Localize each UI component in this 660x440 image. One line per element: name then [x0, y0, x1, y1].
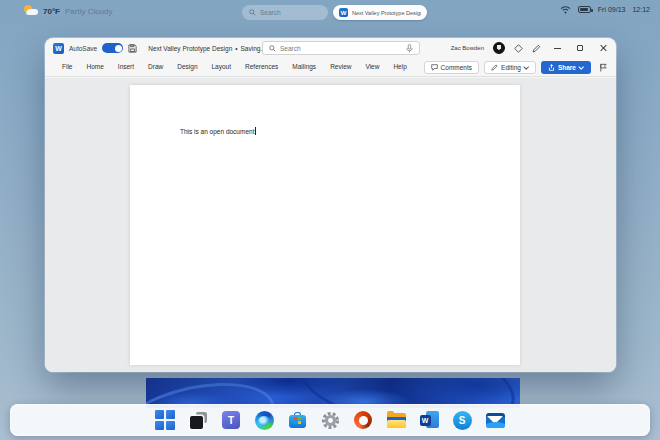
topbar-search-placeholder: Search	[260, 9, 281, 16]
share-button[interactable]: Share	[541, 61, 591, 74]
user-name: Zac Bowden	[451, 45, 484, 51]
taskbar: T W S	[10, 404, 650, 436]
pen-icon	[491, 64, 498, 71]
autosave-toggle[interactable]	[102, 43, 123, 53]
tab-file[interactable]: File	[55, 58, 79, 76]
tab-design[interactable]: Design	[170, 58, 204, 76]
mail-icon	[486, 413, 505, 428]
weather-temperature: 70°F	[43, 7, 60, 16]
search-icon	[269, 45, 276, 52]
ribbon-tabs: File Home Insert Draw Design Layout Refe…	[55, 58, 414, 76]
tray-date[interactable]: Fri 09/13	[598, 6, 626, 13]
sun-cloud-weather-icon	[24, 5, 38, 17]
taskbar-icon-settings[interactable]	[320, 410, 341, 431]
taskbar-icon-edge[interactable]	[254, 410, 275, 431]
taskbar-icon-office[interactable]	[353, 410, 374, 431]
office-icon	[354, 411, 372, 429]
document-title: Next Valley Prototype Design	[148, 45, 232, 52]
task-view-icon	[190, 412, 207, 429]
gem-icon[interactable]	[514, 44, 523, 53]
chevron-down-icon	[579, 65, 584, 70]
document-page[interactable]: This is an open document	[130, 85, 520, 365]
mic-icon[interactable]	[406, 44, 413, 53]
file-explorer-icon	[387, 413, 406, 428]
word-titlebar[interactable]: W AutoSave Next Valley Prototype Design …	[45, 38, 616, 58]
tray-time[interactable]: 12:12	[632, 6, 650, 13]
taskbar-icon-file-explorer[interactable]	[386, 410, 407, 431]
autosave-label: AutoSave	[69, 45, 97, 52]
word-search-input[interactable]: Search	[262, 41, 420, 55]
tab-help[interactable]: Help	[386, 58, 413, 76]
windows-start-icon	[155, 410, 175, 430]
weather-widget[interactable]: 70°F Partly Cloudy	[24, 5, 113, 17]
share-icon	[548, 64, 555, 71]
tab-review[interactable]: Review	[323, 58, 358, 76]
topbar-search-input[interactable]: Search	[242, 5, 328, 20]
tab-insert[interactable]: Insert	[111, 58, 141, 76]
maximize-icon[interactable]	[573, 41, 587, 55]
taskbar-icon-skype[interactable]: S	[452, 410, 473, 431]
skype-icon: S	[453, 411, 472, 430]
document-canvas: This is an open document	[45, 78, 616, 372]
comments-button[interactable]: Comments	[424, 61, 479, 74]
word-window: W AutoSave Next Valley Prototype Design …	[45, 38, 616, 372]
taskbar-icon-start[interactable]	[155, 410, 176, 431]
tab-mailings[interactable]: Mailings	[285, 58, 323, 76]
avatar[interactable]	[493, 42, 505, 54]
battery-icon[interactable]	[578, 6, 591, 13]
text-cursor	[255, 127, 256, 135]
save-icon[interactable]	[128, 44, 137, 53]
edge-icon	[255, 411, 274, 430]
taskbar-icon-task-view[interactable]	[188, 410, 209, 431]
desktop: { "topbar": { "weather": { "temperature"…	[0, 0, 660, 440]
document-title-menu[interactable]: Next Valley Prototype Design • Saving...	[148, 45, 274, 52]
word-search-placeholder: Search	[280, 45, 402, 52]
system-tray[interactable]: Fri 09/13 12:12	[560, 5, 650, 14]
flag-icon[interactable]	[599, 63, 608, 72]
tab-view[interactable]: View	[358, 58, 386, 76]
pen-icon[interactable]	[532, 44, 541, 53]
share-label: Share	[558, 64, 576, 71]
document-text[interactable]: This is an open document	[180, 127, 256, 135]
word-icon[interactable]: W	[53, 43, 64, 54]
tab-draw[interactable]: Draw	[141, 58, 170, 76]
system-topbar: 70°F Partly Cloudy Search W Next Valley …	[0, 0, 660, 26]
comments-label: Comments	[441, 64, 472, 71]
editing-button[interactable]: Editing	[484, 61, 536, 74]
search-icon	[249, 9, 256, 16]
active-app-label: Next Valley Prototype Design	[352, 10, 421, 16]
minimize-icon[interactable]	[550, 41, 564, 55]
document-text-content: This is an open document	[180, 128, 254, 135]
close-icon[interactable]	[596, 41, 610, 55]
comment-icon	[431, 64, 438, 71]
ribbon-bar: File Home Insert Draw Design Layout Refe…	[45, 58, 616, 77]
taskbar-icon-word[interactable]: W	[419, 410, 440, 431]
chevron-down-icon	[524, 65, 529, 70]
taskbar-icon-mail[interactable]	[485, 410, 506, 431]
wifi-icon[interactable]	[560, 5, 571, 14]
gear-icon	[320, 410, 341, 431]
tab-layout[interactable]: Layout	[205, 58, 239, 76]
word-icon: W	[339, 8, 348, 17]
editing-label: Editing	[501, 64, 521, 71]
teams-icon: T	[222, 411, 240, 429]
taskbar-icon-teams[interactable]: T	[221, 410, 242, 431]
tab-references[interactable]: References	[238, 58, 285, 76]
taskbar-icon-microsoft-store[interactable]	[287, 410, 308, 431]
weather-condition: Partly Cloudy	[65, 7, 113, 16]
word-icon: W	[420, 411, 439, 429]
active-app-pill[interactable]: W Next Valley Prototype Design	[333, 5, 427, 20]
microsoft-store-icon	[289, 412, 306, 428]
tab-home[interactable]: Home	[79, 58, 110, 76]
status-separator: •	[235, 45, 237, 52]
